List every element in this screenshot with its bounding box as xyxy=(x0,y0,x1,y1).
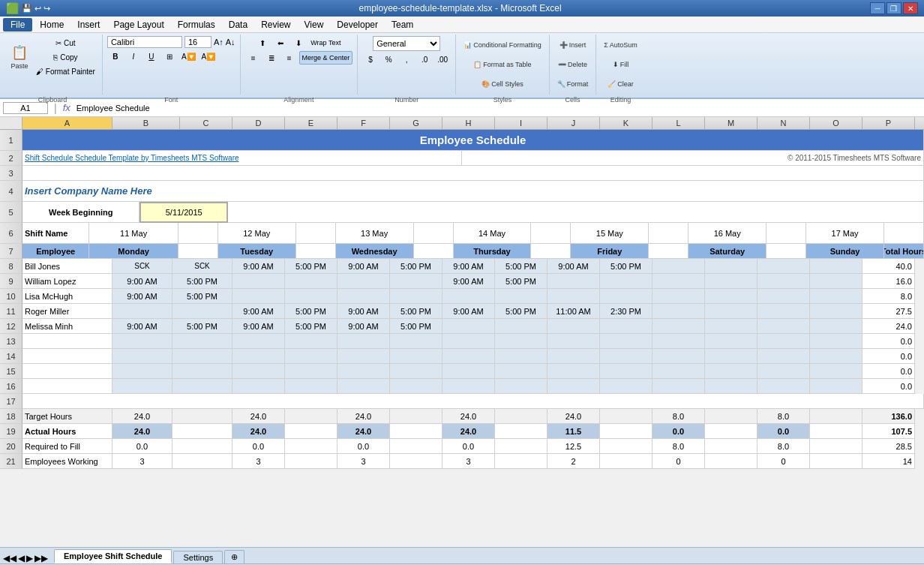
emp-9-wed-start[interactable] xyxy=(338,274,390,289)
emp-12-total[interactable]: 24.0 xyxy=(862,319,915,334)
menu-formulas[interactable]: Formulas xyxy=(172,18,221,32)
empty-13-d[interactable] xyxy=(232,334,285,349)
emp-12-sun-end[interactable] xyxy=(810,319,862,334)
emp-10-sun-start[interactable] xyxy=(758,289,810,304)
clear-button[interactable]: 🧹 Clear xyxy=(604,75,637,93)
emp-12-fri-start[interactable] xyxy=(548,319,600,334)
empty-13-f[interactable] xyxy=(338,334,390,349)
empty-16-a[interactable] xyxy=(22,379,112,394)
menu-insert[interactable]: Insert xyxy=(71,18,106,32)
empty-16-l[interactable] xyxy=(652,379,705,394)
emp-11-wed-end[interactable]: 5:00 PM xyxy=(390,304,442,319)
comma-button[interactable]: , xyxy=(398,53,415,66)
emp-8-thu-start[interactable]: 9:00 AM xyxy=(442,259,495,274)
col-header-c[interactable]: C xyxy=(180,117,232,129)
italic-button[interactable]: I xyxy=(125,50,142,63)
emp-9-tue-start[interactable] xyxy=(232,274,285,289)
week-date-cell[interactable]: 5/11/2015 xyxy=(140,202,227,223)
emp-12-sat-start[interactable] xyxy=(652,319,705,334)
empty-15-i[interactable] xyxy=(495,364,548,379)
empty-14-k[interactable] xyxy=(600,349,652,364)
emp-10-mon-start[interactable]: 9:00 AM xyxy=(112,289,172,304)
emp-9-thu-end[interactable]: 5:00 PM xyxy=(495,274,548,289)
minimize-button[interactable]: ─ xyxy=(870,2,885,14)
empty-16-n[interactable] xyxy=(758,379,810,394)
empty-14-total[interactable]: 0.0 xyxy=(862,349,915,364)
emp-8-tue-end[interactable]: 5:00 PM xyxy=(285,259,338,274)
fill-button[interactable]: ⬇ Fill xyxy=(609,56,633,74)
empty-13-a[interactable] xyxy=(22,334,112,349)
emp-8-tue-start[interactable]: 9:00 AM xyxy=(232,259,285,274)
empty-13-c[interactable] xyxy=(172,334,232,349)
col-header-e[interactable]: E xyxy=(285,117,338,129)
menu-data[interactable]: Data xyxy=(223,18,254,32)
emp-8-fri-end[interactable]: 5:00 PM xyxy=(600,259,652,274)
col-header-j[interactable]: J xyxy=(548,117,600,129)
emp-9-wed-end[interactable] xyxy=(390,274,442,289)
col-header-n[interactable]: N xyxy=(758,117,810,129)
empty-15-a[interactable] xyxy=(22,364,112,379)
empty-15-e[interactable] xyxy=(285,364,338,379)
empty-13-o[interactable] xyxy=(810,334,862,349)
border-button[interactable]: ⊞ xyxy=(161,50,178,63)
col-header-d[interactable]: D xyxy=(232,117,285,129)
empty-15-c[interactable] xyxy=(172,364,232,379)
menu-review[interactable]: Review xyxy=(255,18,296,32)
empty-16-c[interactable] xyxy=(172,379,232,394)
emp-12-wed-start[interactable]: 9:00 AM xyxy=(338,319,390,334)
empty-14-n[interactable] xyxy=(758,349,810,364)
empty-15-n[interactable] xyxy=(758,364,810,379)
emp-11-sat-end[interactable] xyxy=(705,304,758,319)
wrap-text-button[interactable]: Wrap Text xyxy=(308,36,343,50)
empty-15-g[interactable] xyxy=(390,364,442,379)
emp-11-thu-end[interactable]: 5:00 PM xyxy=(495,304,548,319)
font-name-input[interactable] xyxy=(107,36,182,48)
col-header-p[interactable]: P xyxy=(862,117,915,129)
align-right-button[interactable]: ≡ xyxy=(281,51,298,65)
emp-8-wed-end[interactable]: 5:00 PM xyxy=(390,259,442,274)
sheet-tab-new[interactable]: ⊕ xyxy=(224,550,244,563)
emp-12-sat-end[interactable] xyxy=(705,319,758,334)
empty-14-i[interactable] xyxy=(495,349,548,364)
company-name-cell[interactable]: Insert Company Name Here xyxy=(22,181,924,202)
formula-input[interactable] xyxy=(74,103,921,113)
sheet-tab-1[interactable]: Employee Shift Schedule xyxy=(54,549,172,563)
empty-15-b[interactable] xyxy=(112,364,172,379)
emp-10-tue-start[interactable] xyxy=(232,289,285,304)
emp-8-fri-start[interactable]: 9:00 AM xyxy=(548,259,600,274)
emp-10-total[interactable]: 8.0 xyxy=(862,289,915,304)
empty-14-h[interactable] xyxy=(442,349,495,364)
empty-16-b[interactable] xyxy=(112,379,172,394)
emp-11-fri-end[interactable]: 2:30 PM xyxy=(600,304,652,319)
emp-name-10[interactable]: Lisa McHugh xyxy=(22,289,112,304)
emp-9-sat-end[interactable] xyxy=(705,274,758,289)
emp-10-tue-end[interactable] xyxy=(285,289,338,304)
emp-8-mon-end[interactable]: SCK xyxy=(172,259,232,274)
empty-16-m[interactable] xyxy=(705,379,758,394)
empty-14-c[interactable] xyxy=(172,349,232,364)
empty-15-m[interactable] xyxy=(705,364,758,379)
empty-16-o[interactable] xyxy=(810,379,862,394)
emp-name-11[interactable]: Roger Miller xyxy=(22,304,112,319)
emp-8-thu-end[interactable]: 5:00 PM xyxy=(495,259,548,274)
emp-12-mon-end[interactable]: 5:00 PM xyxy=(172,319,232,334)
cut-button[interactable]: ✂ Cut xyxy=(34,36,98,50)
empty-14-a[interactable] xyxy=(22,349,112,364)
insert-cells-button[interactable]: ➕ Insert xyxy=(556,36,590,54)
title-cell[interactable]: Employee Schedule xyxy=(22,130,924,151)
emp-9-mon-start[interactable]: 9:00 AM xyxy=(112,274,172,289)
empty-14-m[interactable] xyxy=(705,349,758,364)
empty-14-b[interactable] xyxy=(112,349,172,364)
emp-11-wed-start[interactable]: 9:00 AM xyxy=(338,304,390,319)
empty-15-h[interactable] xyxy=(442,364,495,379)
col-header-l[interactable]: L xyxy=(652,117,705,129)
menu-file[interactable]: File xyxy=(3,18,32,32)
empty-13-k[interactable] xyxy=(600,334,652,349)
empty-15-j[interactable] xyxy=(548,364,600,379)
emp-10-fri-end[interactable] xyxy=(600,289,652,304)
emp-12-tue-start[interactable]: 9:00 AM xyxy=(232,319,285,334)
empty-16-h[interactable] xyxy=(442,379,495,394)
align-bottom-button[interactable]: ⬇ xyxy=(290,36,307,50)
emp-11-sun-start[interactable] xyxy=(758,304,810,319)
align-top-button[interactable]: ⬆ xyxy=(254,36,271,50)
